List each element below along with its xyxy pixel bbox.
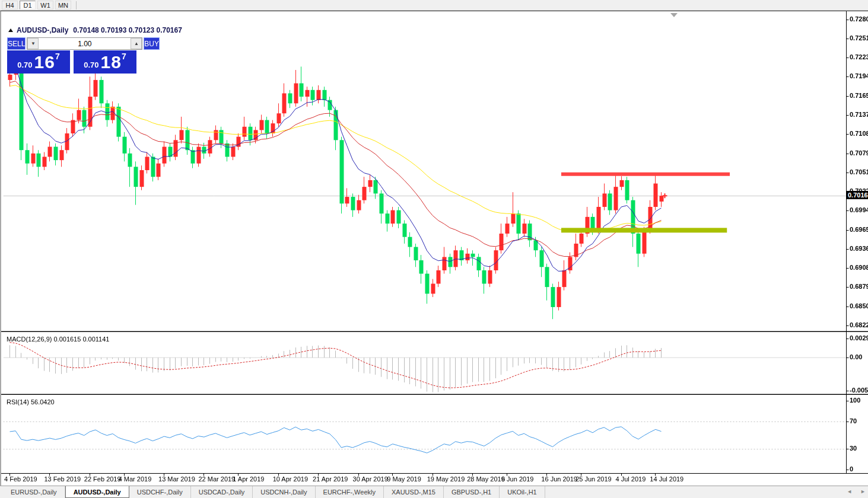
chart-tab-audusd-daily[interactable]: AUDUSD-,Daily	[65, 486, 129, 498]
chart-tab-xauusd-m15[interactable]: XAUUSD-,M15	[384, 486, 444, 498]
date-axis-label: 22 Feb 2019	[84, 475, 121, 483]
date-axis-label: 16 Jun 2019	[541, 475, 577, 483]
chart-window: AUDUSD-,Daily 0.70148 0.70193 0.70123 0.…	[0, 11, 868, 486]
date-axis-label: 30 Apr 2019	[353, 475, 388, 483]
sell-price-sup: 7	[55, 52, 60, 61]
chart-tab-usdchf-daily[interactable]: USDCHF-,Daily	[129, 486, 191, 498]
toolbar-separator	[76, 1, 77, 9]
sell-price-display[interactable]: 0.70 16 7	[7, 50, 70, 74]
sell-price-prefix: 0.70	[17, 60, 32, 69]
chart-tab-eurusd-daily[interactable]: EURUSD-,Daily	[3, 486, 65, 498]
buy-price-display[interactable]: 0.70 18 7	[74, 50, 136, 74]
sell-button[interactable]: SELL	[7, 37, 26, 50]
price-axis-label: 0.69080	[850, 264, 868, 271]
timeframe-button-w1[interactable]: W1	[37, 1, 53, 9]
rsi-axis-label: 30	[850, 445, 857, 452]
sell-price-big: 16	[34, 52, 55, 72]
timeframe-button-mn[interactable]: MN	[55, 1, 71, 9]
macd-axis-label: -0.005255	[850, 387, 868, 394]
chart-tab-ukoil-h1[interactable]: UKOil-,H1	[500, 486, 545, 498]
chart-tab-usdcnh-daily[interactable]: USDCNH-,Daily	[253, 486, 315, 498]
date-axis-label: 1 Apr 2019	[233, 475, 264, 483]
volume-decrease-button[interactable]: ▼	[27, 38, 39, 49]
date-axis-label: 9 May 2019	[387, 475, 421, 483]
date-axis-label: 4 Feb 2019	[4, 475, 37, 483]
rsi-pane-label: RSI(14) 56.0420	[7, 398, 55, 406]
price-axis-label: 0.71655	[850, 92, 868, 99]
chart-symbol-label: AUDUSD-,Daily	[17, 26, 68, 34]
date-axis-label: 10 Apr 2019	[273, 475, 308, 483]
chart-tab-usdcad-daily[interactable]: USDCAD-,Daily	[191, 486, 253, 498]
date-axis-border	[1, 473, 868, 474]
chart-tab-eurchf-weekly[interactable]: EURCHF-,Weekly	[316, 486, 384, 498]
macd-pane-splitter[interactable]	[1, 331, 868, 332]
price-axis-border	[846, 11, 847, 473]
timeframe-button-d1[interactable]: D1	[20, 1, 36, 9]
price-axis-label: 0.69650	[850, 226, 868, 233]
current-price-badge: 0.70167	[847, 191, 868, 199]
price-axis-label: 0.69365	[850, 245, 868, 252]
tab-scroll-left-icon[interactable]: ◄	[847, 489, 852, 494]
buy-price-sup: 7	[122, 52, 126, 61]
price-axis-label: 0.70510	[850, 168, 868, 175]
rsi-axis-label: 100	[850, 397, 860, 404]
volume-increase-button[interactable]: ▲	[131, 38, 142, 49]
price-axis-label: 0.72800	[850, 15, 868, 23]
date-axis-label: 14 Jul 2019	[650, 475, 683, 483]
date-axis-label: 6 Jun 2019	[501, 475, 533, 483]
rsi-axis-label: 0	[850, 465, 853, 473]
chart-ohlc-values: 0.70148 0.70193 0.70123 0.70167	[73, 26, 182, 34]
date-axis-label: 4 Mar 2019	[119, 475, 152, 483]
volume-input[interactable]	[39, 38, 131, 49]
date-axis-label: 25 Jun 2019	[576, 475, 612, 483]
chart-ohlc-title: AUDUSD-,Daily 0.70148 0.70193 0.70123 0.…	[8, 26, 182, 34]
date-axis-label: 19 May 2019	[427, 475, 465, 483]
tab-scroll-right-icon[interactable]: ►	[860, 489, 866, 494]
date-axis-label: 13 Feb 2019	[44, 475, 81, 483]
date-axis-label: 21 Apr 2019	[313, 475, 348, 483]
chart-tab-gbpusd-h1[interactable]: GBPUSD-,H1	[444, 486, 500, 498]
date-axis-label: 4 Jul 2019	[616, 475, 646, 483]
price-axis-label: 0.68505	[850, 302, 868, 309]
date-axis-label: 22 Mar 2019	[198, 475, 235, 483]
price-axis-label: 0.68220	[850, 321, 868, 328]
timeframe-toolbar: H4D1W1MN	[0, 0, 868, 11]
rsi-pane-splitter[interactable]	[1, 394, 868, 395]
one-click-trading-panel: SELL ▼ ▲ BUY 0.70 16 7 0.70 18 7	[7, 37, 136, 74]
price-axis-label: 0.72230	[850, 53, 868, 60]
price-axis-label: 0.71370	[850, 111, 868, 118]
volume-spinner: ▼ ▲	[27, 37, 142, 50]
price-axis-label: 0.71945	[850, 72, 868, 79]
chart-shift-marker-icon[interactable]	[670, 13, 678, 17]
macd-pane-label: MACD(12,26,9) 0.001615 0.001141	[7, 336, 109, 343]
price-axis-label: 0.71085	[850, 130, 868, 137]
date-axis-label: 13 Mar 2019	[158, 475, 195, 483]
price-axis-label: 0.68795	[850, 283, 868, 290]
price-axis-label: 0.72515	[850, 34, 868, 42]
macd-axis-label: 0.002962	[850, 334, 868, 341]
collapse-arrow-icon[interactable]	[8, 28, 13, 32]
buy-price-big: 18	[101, 52, 122, 72]
chart-canvas[interactable]	[1, 11, 868, 486]
macd-axis-label: 0.00	[850, 353, 862, 360]
chart-tab-bar: EURUSD-,DailyAUDUSD-,DailyUSDCHF-,DailyU…	[0, 486, 868, 498]
buy-button[interactable]: BUY	[144, 37, 160, 50]
price-axis-label: 0.70795	[850, 149, 868, 157]
tab-scroll-buttons: ◄ ►	[847, 489, 866, 494]
price-axis-label: 0.69940	[850, 206, 868, 213]
rsi-axis-label: 70	[850, 417, 857, 424]
timeframe-button-h4[interactable]: H4	[2, 1, 18, 9]
buy-price-prefix: 0.70	[84, 60, 98, 69]
date-axis-label: 28 May 2019	[467, 475, 505, 483]
